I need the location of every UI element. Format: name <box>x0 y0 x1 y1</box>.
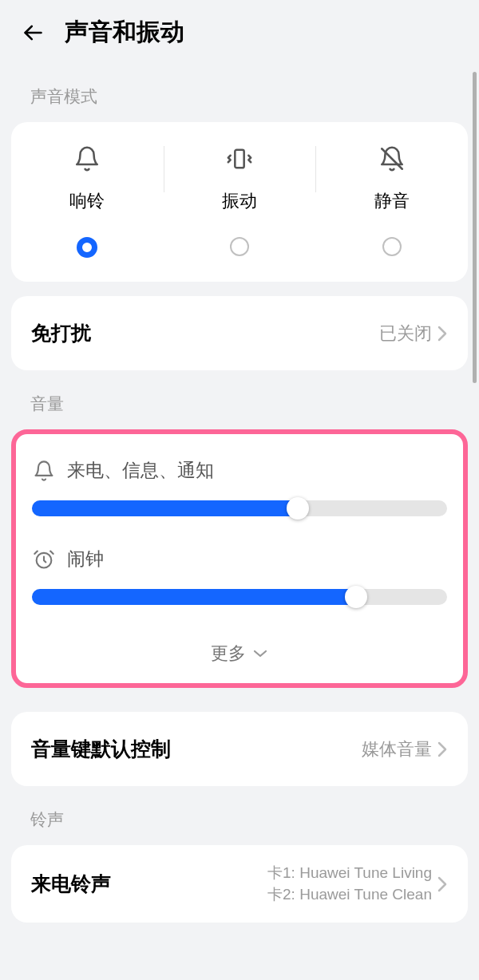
call-ringtone-row[interactable]: 来电铃声 卡1: Huawei Tune Living 卡2: Huawei T… <box>11 845 468 923</box>
bell-icon <box>73 144 101 173</box>
scrollbar[interactable] <box>473 72 477 383</box>
call-ringtone-values: 卡1: Huawei Tune Living 卡2: Huawei Tune C… <box>267 863 448 905</box>
dnd-row[interactable]: 免打扰 已关闭 <box>11 296 468 370</box>
volume-key-control-value-text: 媒体音量 <box>362 737 432 761</box>
chevron-right-icon <box>437 741 448 757</box>
chevron-down-icon <box>252 648 268 659</box>
divider <box>164 146 164 192</box>
slider-label: 来电、信息、通知 <box>67 458 214 483</box>
mode-label: 响铃 <box>69 189 105 213</box>
alarm-volume-slider[interactable] <box>32 589 447 605</box>
slider-label: 闹钟 <box>67 547 104 571</box>
volume-more-button[interactable]: 更多 <box>22 635 457 666</box>
dnd-label: 免打扰 <box>31 320 91 346</box>
sound-mode-vibrate[interactable]: 振动 <box>164 144 316 258</box>
sound-mode-silent[interactable]: 静音 <box>315 144 468 258</box>
sound-mode-card: 响铃 振动 静音 <box>11 122 468 282</box>
volume-section-label: 音量 <box>0 370 479 429</box>
volume-key-control-label: 音量键默认控制 <box>31 736 171 762</box>
more-label: 更多 <box>211 642 246 666</box>
slider-thumb[interactable] <box>287 497 309 520</box>
bell-outline-icon <box>32 459 56 483</box>
back-button[interactable] <box>20 20 46 45</box>
slider-thumb[interactable] <box>345 586 367 608</box>
volume-key-control-row[interactable]: 音量键默认控制 媒体音量 <box>11 712 468 786</box>
radio[interactable] <box>382 237 402 256</box>
bell-off-icon <box>378 144 406 173</box>
call-ringtone-label: 来电铃声 <box>31 871 111 897</box>
sound-mode-section-label: 声音模式 <box>0 63 479 122</box>
volume-key-control-value: 媒体音量 <box>362 737 448 761</box>
page-title: 声音和振动 <box>65 16 184 49</box>
mode-label: 静音 <box>374 189 410 213</box>
chevron-right-icon <box>437 326 448 342</box>
ringtone-section-label: 铃声 <box>0 786 479 845</box>
volume-card: 来电、信息、通知 闹钟 更多 <box>11 429 468 688</box>
ringtone-sim2: 卡2: Huawei Tune Clean <box>267 884 432 906</box>
slider-row-alarm: 闹钟 <box>22 547 457 605</box>
divider <box>315 146 316 192</box>
svg-rect-1 <box>235 150 243 168</box>
mode-label: 振动 <box>222 189 257 213</box>
arrow-left-icon <box>22 22 44 44</box>
header: 声音和振动 <box>0 0 479 63</box>
vibrate-icon <box>225 144 254 173</box>
chevron-right-icon <box>437 876 448 892</box>
dnd-value-text: 已关闭 <box>379 322 432 346</box>
radio-selected[interactable] <box>77 237 97 258</box>
slider-row-notification: 来电、信息、通知 <box>22 458 457 516</box>
notification-volume-slider[interactable] <box>32 500 447 516</box>
alarm-icon <box>32 547 56 571</box>
sound-mode-ring[interactable]: 响铃 <box>11 144 164 258</box>
radio[interactable] <box>230 237 249 256</box>
ringtone-sim1: 卡1: Huawei Tune Living <box>267 863 432 884</box>
dnd-value: 已关闭 <box>379 322 448 346</box>
